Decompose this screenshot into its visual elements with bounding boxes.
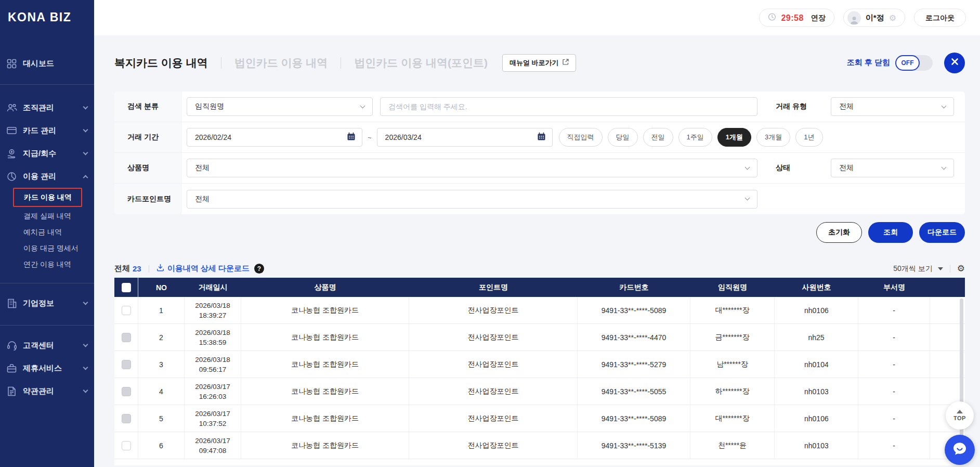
period-button-4[interactable]: 1개월 — [717, 128, 751, 147]
transaction-type-select[interactable]: 전체 — [831, 97, 954, 116]
card-point-label: 카드포인트명 — [114, 184, 181, 214]
cell-department: - — [858, 297, 930, 323]
table-row-partial — [114, 459, 965, 465]
cell-checkbox — [114, 432, 138, 459]
search-button[interactable]: 조회 — [868, 222, 913, 243]
close-page-button[interactable] — [944, 53, 965, 73]
card-point-select[interactable]: 전체 — [187, 190, 757, 209]
table-row: 22026/03/1815:38:59코나농협 조합원카드전사업장포인트9491… — [114, 324, 965, 351]
search-category-select[interactable]: 임직원명 — [187, 97, 373, 116]
period-separator: ~ — [368, 134, 372, 141]
sidebar-divider — [0, 283, 94, 283]
cell-card-number: 9491-33**-****-5139 — [578, 432, 690, 459]
cell-employee-name: 대*******장 — [690, 297, 775, 323]
chat-support-button[interactable] — [945, 435, 975, 465]
cell-point-name: 전사업장포인트 — [409, 324, 578, 351]
tab-separator — [341, 57, 341, 69]
sidebar-subitem-deposit-history[interactable]: 예치금 내역 — [0, 224, 94, 240]
table-row: 52026/03/1710:37:52코나농협 조합원카드전사업장포인트9491… — [114, 405, 965, 432]
row-checkbox[interactable] — [122, 441, 131, 450]
sidebar-item-payout-recovery[interactable]: 지급/회수 — [0, 142, 94, 165]
product-fields: 전체 — [181, 159, 757, 177]
product-select[interactable]: 전체 — [187, 159, 757, 177]
product-label: 상품명 — [114, 153, 181, 183]
manual-link-button[interactable]: 매뉴얼 바로가기 — [502, 54, 576, 72]
session-extend-button[interactable]: 연장 — [811, 13, 826, 22]
cell-card-number: 9491-33**-****-5055 — [578, 378, 690, 405]
sidebar-item-dashboard[interactable]: 대시보드 — [0, 52, 94, 75]
chevron-down-icon — [83, 388, 88, 393]
chevron-down-icon — [745, 164, 750, 170]
column-header-4: 카드번호 — [578, 278, 690, 297]
cell-employee-name: 남******장 — [690, 351, 775, 378]
cell-datetime: 2026/03/1809:56:17 — [185, 351, 241, 378]
period-button-0[interactable]: 직접입력 — [559, 128, 603, 147]
tab-corporate-card-usage[interactable]: 법인카드 이용 내역 — [234, 56, 328, 70]
filter-row-product: 상품명 전체 상태 전체 — [114, 153, 965, 184]
period-button-2[interactable]: 전일 — [643, 128, 673, 147]
cell-datetime: 2026/03/1818:39:27 — [185, 297, 241, 323]
chevron-up-icon — [83, 175, 88, 180]
session-timer-pill: 29:58 연장 — [759, 9, 834, 27]
sidebar-item-customer-center[interactable]: 고객센터 — [0, 334, 94, 357]
select-all-checkbox[interactable] — [122, 283, 131, 292]
download-icon[interactable] — [156, 264, 164, 274]
sidebar-item-partner-services[interactable]: 제휴서비스 — [0, 357, 94, 380]
sidebar-subitem-usage-statement[interactable]: 이용 대금 명세서 — [0, 240, 94, 256]
status-select[interactable]: 전체 — [831, 159, 954, 177]
title-row: 복지카드 이용 내역 법인카드 이용 내역 법인카드 이용 내역(포인트) 매뉴… — [114, 51, 965, 74]
scroll-to-top-button[interactable]: TOP — [946, 401, 974, 430]
chevron-down-icon — [942, 103, 947, 108]
sidebar-item-organization[interactable]: 조직관리 — [0, 96, 94, 119]
sidebar-item-usage-management[interactable]: 이용 관리 — [0, 165, 94, 188]
filter-actions: 초기화 조회 다운로드 — [114, 222, 965, 243]
download-button[interactable]: 다운로드 — [919, 222, 965, 243]
tab-welfare-card-usage[interactable]: 복지카드 이용 내역 — [114, 56, 208, 70]
logout-button[interactable]: 로그아웃 — [923, 13, 957, 22]
cell-extra — [930, 378, 958, 405]
sidebar-item-company-info[interactable]: 기업정보 — [0, 292, 94, 315]
sidebar-subitem-payment-failure-history[interactable]: 결제 실패 내역 — [0, 208, 94, 224]
help-icon[interactable]: ? — [254, 264, 264, 274]
period-button-1[interactable]: 당일 — [608, 128, 638, 147]
table-settings-gear-icon[interactable]: ⚙ — [957, 264, 965, 273]
row-checkbox[interactable] — [122, 414, 131, 423]
sidebar-divider — [0, 84, 94, 85]
cell-checkbox — [114, 297, 138, 323]
reset-button[interactable]: 초기화 — [816, 222, 862, 243]
cell-no: 2 — [138, 324, 185, 351]
cell-employee-number: nh0104 — [775, 351, 858, 378]
row-checkbox[interactable] — [122, 333, 131, 342]
row-checkbox[interactable] — [122, 306, 131, 315]
cell-datetime: 2026/03/1709:47:08 — [185, 432, 241, 459]
calendar-icon — [347, 132, 356, 142]
period-start-date-input[interactable]: 2026/02/24 — [187, 128, 362, 147]
sidebar-subitem-annual-usage-history[interactable]: 연간 이용 내역 — [0, 256, 94, 273]
search-keyword-input[interactable] — [380, 97, 757, 116]
company-icon — [6, 298, 17, 309]
tab-corporate-card-usage-points[interactable]: 법인카드 이용 내역(포인트) — [354, 56, 488, 70]
logout-pill[interactable]: 로그아웃 — [914, 9, 966, 27]
cell-point-name: 전사업장포인트 — [409, 378, 578, 405]
partner-icon — [6, 363, 17, 374]
period-button-6[interactable]: 1년 — [795, 128, 822, 147]
usage-detail-download-link[interactable]: 이용내역 상세 다운로드 — [167, 264, 250, 274]
close-after-search-label: 조회 후 닫힘 — [847, 58, 890, 68]
topbar: 29:58 연장 이*정 ⚙ 로그아웃 — [94, 0, 980, 35]
close-after-search-toggle[interactable]: OFF — [895, 55, 933, 71]
row-checkbox[interactable] — [122, 387, 131, 396]
user-settings-gear-icon[interactable]: ⚙ — [889, 14, 896, 22]
page-size-chevron-icon[interactable] — [938, 267, 943, 270]
page-size-select[interactable]: 50개씩 보기 — [893, 264, 932, 274]
period-button-3[interactable]: 1주일 — [678, 128, 712, 147]
table-row: 62026/03/1709:47:08코나농협 조합원카드전사업장포인트9491… — [114, 432, 965, 459]
period-button-5[interactable]: 3개월 — [756, 128, 790, 147]
cell-product: 코나농협 조합원카드 — [241, 432, 409, 459]
arrow-up-icon — [957, 410, 963, 413]
sidebar-subitem-card-usage-history[interactable]: 카드 이용 내역 — [13, 188, 82, 207]
chat-bubble-icon — [951, 440, 968, 459]
period-end-date-input[interactable]: 2026/03/24 — [377, 128, 553, 147]
sidebar-item-card-management[interactable]: 카드 관리 — [0, 119, 94, 142]
row-checkbox[interactable] — [122, 360, 131, 369]
sidebar-item-terms-management[interactable]: 약관관리 — [0, 380, 94, 403]
